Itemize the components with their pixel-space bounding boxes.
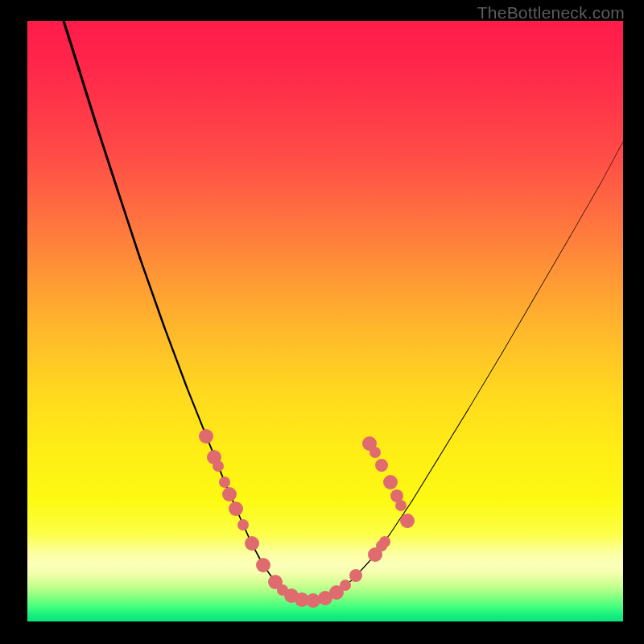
right-curve-segment xyxy=(438,409,469,459)
right-curve-segment xyxy=(502,295,536,353)
data-marker xyxy=(306,593,320,608)
data-marker xyxy=(219,477,230,488)
right-curve-segment xyxy=(412,459,438,501)
left-curve-segment xyxy=(164,327,187,387)
curve-group xyxy=(64,21,623,601)
right-curve-segment xyxy=(536,237,570,295)
data-marker xyxy=(213,460,224,472)
right-curve-segment xyxy=(601,142,623,184)
watermark-text: TheBottleneck.com xyxy=(477,3,625,23)
data-marker xyxy=(383,475,398,489)
left-curve-segment xyxy=(97,126,118,190)
left-curve-segment xyxy=(140,258,164,327)
curves-layer xyxy=(27,21,623,621)
left-curve-segment xyxy=(118,190,140,258)
right-curve-segment xyxy=(570,184,601,237)
data-marker xyxy=(395,500,407,511)
left-curve-segment xyxy=(79,69,97,126)
data-marker xyxy=(375,459,388,472)
data-marker xyxy=(400,514,415,528)
data-marker xyxy=(369,447,381,458)
left-curve-segment xyxy=(64,21,79,69)
data-marker xyxy=(222,487,237,502)
data-marker xyxy=(340,580,351,591)
data-marker xyxy=(379,536,390,547)
data-marker xyxy=(256,558,270,572)
plot-area xyxy=(27,21,623,621)
stage: TheBottleneck.com xyxy=(0,0,644,644)
data-marker xyxy=(237,519,249,530)
data-marker xyxy=(199,429,213,444)
data-marker xyxy=(349,569,362,582)
marker-group xyxy=(199,429,415,608)
data-marker xyxy=(245,536,259,551)
data-marker xyxy=(229,502,243,516)
right-curve-segment xyxy=(469,353,502,409)
